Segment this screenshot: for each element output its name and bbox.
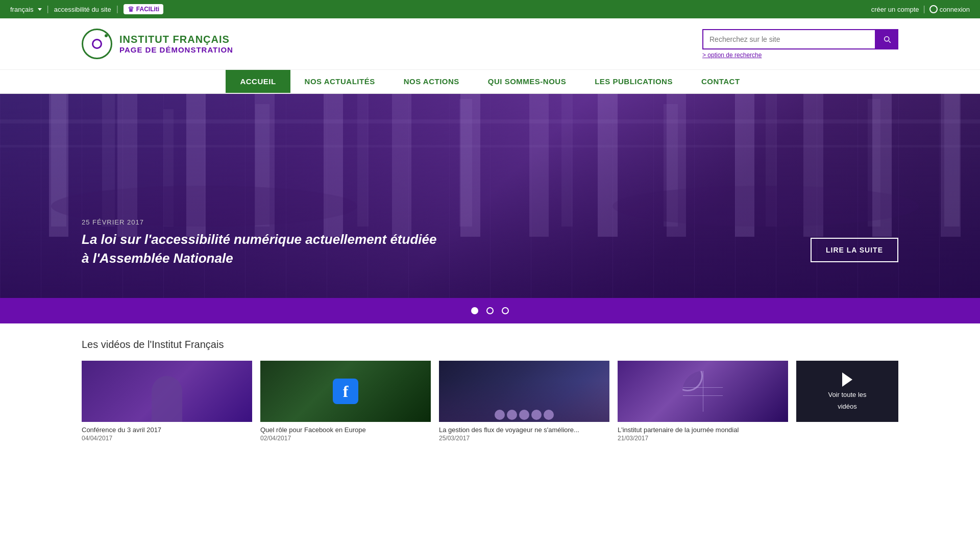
facebook-icon: f bbox=[333, 379, 358, 404]
videos-section: Les vidéos de l'Institut Français Confér… bbox=[0, 323, 980, 457]
video-date-1: 04/04/2017 bbox=[82, 435, 252, 442]
nav-item-qui[interactable]: QUI SOMMES-NOUS bbox=[474, 70, 580, 93]
svg-rect-5 bbox=[459, 99, 472, 227]
nav-item-accueil[interactable]: ACCUEIL bbox=[226, 70, 290, 93]
video-card-4[interactable]: L'institut partenaire de la journée mond… bbox=[618, 361, 788, 442]
video-card-2[interactable]: f Quel rôle pour Facebook en Europe 02/0… bbox=[260, 361, 431, 442]
logo-text: INSTITUT FRANÇAIS PAGE DE DÉMONSTRATION bbox=[119, 34, 233, 54]
hero-cta[interactable]: LIRE LA SUITE bbox=[811, 238, 898, 262]
crown-icon: ♛ bbox=[128, 5, 134, 13]
hero-content: 25 FÉVRIER 2017 La loi sur l'accessibili… bbox=[82, 218, 776, 267]
search-row bbox=[702, 29, 898, 49]
search-input[interactable] bbox=[702, 29, 876, 49]
video-caption-1: Conférence du 3 avril 2017 04/04/2017 bbox=[82, 426, 252, 442]
nav-link-qui[interactable]: QUI SOMMES-NOUS bbox=[474, 70, 580, 93]
hero-background bbox=[0, 94, 980, 298]
see-all-videos-thumb: Voir toute les vidéos bbox=[796, 361, 898, 422]
video-title-2: Quel rôle pour Facebook en Europe bbox=[260, 426, 431, 434]
accessibility-link[interactable]: accessibilité du site bbox=[54, 6, 111, 13]
hero-date: 25 FÉVRIER 2017 bbox=[82, 218, 776, 226]
see-all-text-1: Voir toute les bbox=[828, 391, 866, 398]
globe-v-line-1 bbox=[703, 371, 703, 412]
svg-rect-11 bbox=[0, 119, 980, 123]
video-thumb-3 bbox=[439, 361, 609, 422]
top-bar-right: créer un compte | connexion bbox=[871, 5, 970, 14]
carousel-dot-2[interactable] bbox=[486, 307, 494, 314]
see-all-videos-card[interactable]: Voir toute les vidéos bbox=[796, 361, 898, 442]
connexion-icon bbox=[929, 5, 938, 13]
nav-link-contact[interactable]: CONTACT bbox=[687, 70, 754, 93]
video-title-4: L'institut partenaire de la journée mond… bbox=[618, 426, 788, 434]
video-caption-2: Quel rôle pour Facebook en Europe 02/04/… bbox=[260, 426, 431, 442]
nav-link-accueil[interactable]: ACCUEIL bbox=[226, 70, 290, 93]
top-bar: français | accessibilité du site | ♛ FAC… bbox=[0, 0, 980, 18]
login-label: connexion bbox=[940, 6, 970, 13]
search-button[interactable] bbox=[876, 29, 898, 49]
language-label: français bbox=[10, 6, 34, 13]
video-title-1: Conférence du 3 avril 2017 bbox=[82, 426, 252, 434]
search-option-link[interactable]: > option de recherche bbox=[702, 52, 762, 59]
video-caption-3: La gestion des flux de voyageur ne s'amé… bbox=[439, 426, 609, 442]
video-caption-4: L'institut partenaire de la journée mond… bbox=[618, 426, 788, 442]
nav-item-contact[interactable]: CONTACT bbox=[687, 70, 754, 93]
globe-icon bbox=[682, 371, 723, 412]
header: INSTITUT FRANÇAIS PAGE DE DÉMONSTRATION … bbox=[0, 18, 980, 70]
logo-dot bbox=[105, 34, 108, 37]
hero-read-more-button[interactable]: LIRE LA SUITE bbox=[811, 238, 898, 262]
logo-subtitle: PAGE DE DÉMONSTRATION bbox=[119, 45, 233, 54]
separator: | bbox=[47, 5, 49, 14]
person-head-3 bbox=[519, 410, 529, 420]
video-date-4: 21/03/2017 bbox=[618, 435, 788, 442]
video-title-3: La gestion des flux de voyageur ne s'amé… bbox=[439, 426, 609, 434]
video-thumb-4 bbox=[618, 361, 788, 422]
person-head-4 bbox=[531, 410, 542, 420]
nav-link-actualites[interactable]: NOS ACTUALITÉS bbox=[290, 70, 389, 93]
svg-rect-12 bbox=[0, 145, 980, 147]
videos-section-title: Les vidéos de l'Institut Français bbox=[82, 339, 898, 350]
see-all-text-2: vidéos bbox=[838, 403, 857, 410]
video-card-3[interactable]: La gestion des flux de voyageur ne s'amé… bbox=[439, 361, 609, 442]
logo-area[interactable]: INSTITUT FRANÇAIS PAGE DE DÉMONSTRATION bbox=[82, 29, 233, 59]
hero-section: 25 FÉVRIER 2017 La loi sur l'accessibili… bbox=[0, 94, 980, 298]
faciliti-badge[interactable]: ♛ FACILiti bbox=[124, 4, 163, 14]
nav-link-publications[interactable]: LES PUBLICATIONS bbox=[580, 70, 687, 93]
carousel-dot-3[interactable] bbox=[502, 307, 509, 314]
video-date-3: 25/03/2017 bbox=[439, 435, 609, 442]
carousel-dot-1[interactable] bbox=[471, 307, 478, 314]
login-link[interactable]: connexion bbox=[929, 5, 970, 13]
videos-grid: Conférence du 3 avril 2017 04/04/2017 f … bbox=[82, 361, 898, 442]
logo-inner-circle bbox=[92, 39, 102, 49]
nav-item-actions[interactable]: NOS ACTIONS bbox=[389, 70, 474, 93]
search-icon bbox=[883, 35, 892, 44]
logo-circle bbox=[82, 29, 112, 59]
nav-link-actions[interactable]: NOS ACTIONS bbox=[389, 70, 474, 93]
svg-rect-10 bbox=[944, 94, 960, 227]
language-selector[interactable]: français bbox=[10, 6, 42, 13]
nav-list: ACCUEIL NOS ACTUALITÉS NOS ACTIONS QUI S… bbox=[226, 70, 754, 93]
nav-item-publications[interactable]: LES PUBLICATIONS bbox=[580, 70, 687, 93]
video-date-2: 02/04/2017 bbox=[260, 435, 431, 442]
carousel-bar bbox=[0, 298, 980, 323]
svg-rect-4 bbox=[357, 94, 369, 227]
video-thumb-1 bbox=[82, 361, 252, 422]
person-head-5 bbox=[544, 410, 554, 420]
main-nav: ACCUEIL NOS ACTUALITÉS NOS ACTIONS QUI S… bbox=[0, 70, 980, 94]
nav-item-actualites[interactable]: NOS ACTUALITÉS bbox=[290, 70, 389, 93]
person-head-2 bbox=[507, 410, 517, 420]
person-silhouette-icon bbox=[152, 376, 182, 422]
separator-2: | bbox=[116, 5, 118, 14]
create-account-link[interactable]: créer un compte bbox=[871, 6, 919, 13]
separator-3: | bbox=[923, 5, 925, 14]
video-card-1[interactable]: Conférence du 3 avril 2017 04/04/2017 bbox=[82, 361, 252, 442]
hero-parliament-svg bbox=[0, 94, 980, 227]
hero-title: La loi sur l'accessibilité numérique act… bbox=[82, 230, 439, 267]
faciliti-label: FACILiti bbox=[136, 6, 159, 13]
video-thumb-2: f bbox=[260, 361, 431, 422]
top-bar-left: français | accessibilité du site | ♛ FAC… bbox=[10, 4, 163, 14]
play-icon bbox=[842, 372, 852, 387]
svg-rect-6 bbox=[561, 94, 573, 227]
person-head-1 bbox=[495, 410, 505, 420]
logo-title: INSTITUT FRANÇAIS bbox=[119, 34, 233, 45]
people-group-icon bbox=[439, 381, 609, 422]
globe-circle bbox=[682, 371, 703, 391]
